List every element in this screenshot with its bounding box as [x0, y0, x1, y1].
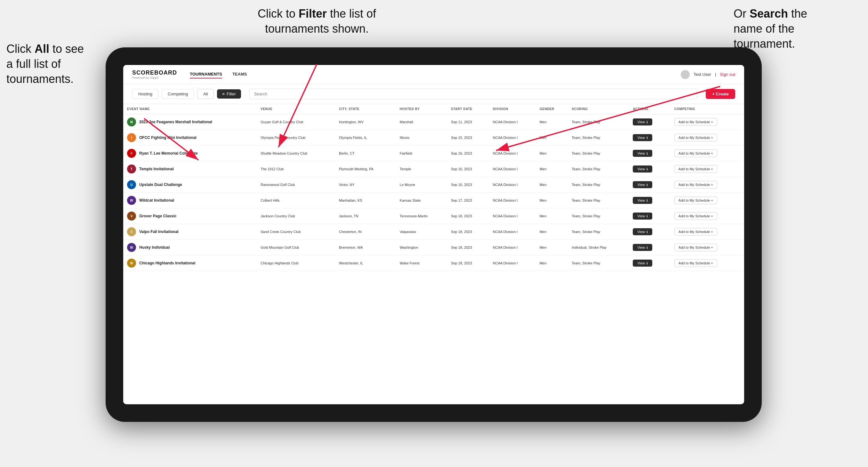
nav-links: TOURNAMENTS TEAMS — [190, 70, 681, 79]
annotation-left: Click All to seea full list oftournament… — [6, 41, 109, 86]
view-button[interactable]: View ℹ — [633, 213, 652, 220]
hosting-tab[interactable]: Hosting — [132, 89, 158, 99]
nav-link-tournaments[interactable]: TOURNAMENTS — [190, 70, 222, 79]
city-state-cell: Bremerton, WA — [335, 240, 396, 255]
gender-cell: Men — [536, 255, 568, 271]
event-name: Chicago Highlands Invitational — [139, 261, 195, 266]
venue-cell: Guyan Golf & Country Club — [257, 114, 335, 130]
event-name: Grover Page Classic — [139, 214, 177, 218]
info-icon: ℹ — [647, 120, 648, 124]
view-button[interactable]: View ℹ — [633, 118, 652, 125]
col-scoring: SCORING — [568, 104, 629, 114]
view-button[interactable]: View ℹ — [633, 197, 652, 204]
start-date-cell: Sep 16, 2023 — [447, 177, 489, 193]
filter-button[interactable]: ≡ Filter — [217, 89, 241, 99]
team-logo: T — [127, 164, 136, 174]
add-to-schedule-button[interactable]: Add to My Schedule + — [674, 196, 717, 204]
city-state-cell: Manhattan, KS — [335, 193, 396, 208]
view-button[interactable]: View ℹ — [633, 150, 652, 157]
search-box — [249, 89, 698, 99]
action-cell: View ℹ — [629, 177, 670, 193]
view-button[interactable]: View ℹ — [633, 181, 652, 188]
division-cell: NCAA Division I — [489, 114, 536, 130]
venue-cell: The 1912 Club — [257, 161, 335, 177]
add-to-schedule-button[interactable]: Add to My Schedule + — [674, 212, 717, 220]
add-to-schedule-button[interactable]: Add to My Schedule + — [674, 244, 717, 251]
venue-cell: Olympia Fields Country Club — [257, 130, 335, 146]
competing-cell: Add to My Schedule + — [671, 255, 744, 271]
start-date-cell: Sep 17, 2023 — [447, 193, 489, 208]
scoring-cell: Team, Stroke Play — [568, 161, 629, 177]
team-logo: W — [127, 196, 136, 205]
tablet: SCOREBOARD Powered by clippd TOURNAMENTS… — [105, 48, 762, 422]
add-to-schedule-button[interactable]: Add to My Schedule + — [674, 165, 717, 173]
create-label: + Create — [712, 92, 729, 96]
add-to-schedule-button[interactable]: Add to My Schedule + — [674, 181, 717, 189]
action-cell: View ℹ — [629, 161, 670, 177]
view-button[interactable]: View ℹ — [633, 228, 652, 235]
gender-cell: Men — [536, 146, 568, 161]
team-logo: U — [127, 180, 136, 189]
table-row: W Husky Individual Gold Mountain Golf Cl… — [123, 240, 744, 255]
tournaments-table: EVENT NAME VENUE CITY, STATE HOSTED BY S… — [123, 104, 744, 271]
table-row: F Ryan T. Lee Memorial Collegiate Shuttl… — [123, 146, 744, 161]
add-to-schedule-button[interactable]: Add to My Schedule + — [674, 259, 717, 267]
team-logo: I — [127, 133, 136, 142]
action-cell: View ℹ — [629, 130, 670, 146]
col-event-name: EVENT NAME — [123, 104, 257, 114]
toolbar: Hosting Competing All ≡ Filter + Create — [123, 84, 744, 104]
tablet-screen: SCOREBOARD Powered by clippd TOURNAMENTS… — [123, 65, 744, 404]
event-name: Upstate Dual Challenge — [139, 182, 182, 187]
competing-tab[interactable]: Competing — [162, 89, 194, 99]
sign-out-link[interactable]: Sign out — [720, 72, 735, 77]
nav-separator: | — [715, 72, 716, 77]
table-row: V Grover Page Classic Jackson Country Cl… — [123, 208, 744, 224]
add-to-schedule-button[interactable]: Add to My Schedule + — [674, 134, 717, 142]
view-button[interactable]: View ℹ — [633, 165, 652, 173]
gender-cell: Men — [536, 240, 568, 255]
all-tab[interactable]: All — [197, 89, 214, 99]
nav-right: Test User | Sign out — [681, 70, 735, 79]
gender-cell: Men — [536, 208, 568, 224]
hosted-by-cell: Wake Forest — [396, 255, 447, 271]
table-row: T Temple Invitational The 1912 ClubPlymo… — [123, 161, 744, 177]
add-to-schedule-button[interactable]: Add to My Schedule + — [674, 228, 717, 236]
event-cell: W Husky Individual — [127, 243, 253, 252]
event-name: Valpo Fall Invitational — [139, 229, 179, 234]
navbar: SCOREBOARD Powered by clippd TOURNAMENTS… — [123, 65, 744, 84]
view-button[interactable]: View ℹ — [633, 244, 652, 251]
city-state-cell: Jackson, TN — [335, 208, 396, 224]
table-row: W Wildcat Invitational Colbert HillsManh… — [123, 193, 744, 208]
add-to-schedule-button[interactable]: Add to My Schedule + — [674, 150, 717, 157]
info-icon: ℹ — [647, 246, 648, 249]
info-icon: ℹ — [647, 167, 648, 171]
venue-cell: Gold Mountain Golf Club — [257, 240, 335, 255]
competing-cell: Add to My Schedule + — [671, 224, 744, 240]
competing-cell: Add to My Schedule + — [671, 161, 744, 177]
event-name: Husky Individual — [139, 245, 169, 250]
search-input[interactable] — [249, 89, 698, 99]
city-state-cell: Plymouth Meeting, PA — [335, 161, 396, 177]
col-division: DIVISION — [489, 104, 536, 114]
division-cell: NCAA Division I — [489, 130, 536, 146]
action-cell: View ℹ — [629, 146, 670, 161]
col-actions: ACTIONS — [629, 104, 670, 114]
hosted-by-cell: Tennessee-Martin — [396, 208, 447, 224]
competing-cell: Add to My Schedule + — [671, 114, 744, 130]
scoring-cell: Team, Stroke Play — [568, 146, 629, 161]
filter-label: Filter — [226, 92, 236, 96]
add-to-schedule-button[interactable]: Add to My Schedule + — [674, 118, 717, 126]
competing-cell: Add to My Schedule + — [671, 240, 744, 255]
scoring-cell: Team, Stroke Play — [568, 208, 629, 224]
hosted-by-cell: Marshall — [396, 114, 447, 130]
create-button[interactable]: + Create — [706, 89, 735, 99]
hosted-by-cell: Valparaiso — [396, 224, 447, 240]
venue-cell: Shuttle Meadow Country Club — [257, 146, 335, 161]
view-button[interactable]: View ℹ — [633, 134, 652, 141]
info-icon: ℹ — [647, 199, 648, 202]
view-button[interactable]: View ℹ — [633, 259, 652, 267]
nav-link-teams[interactable]: TEAMS — [232, 70, 247, 79]
division-cell: NCAA Division I — [489, 224, 536, 240]
action-cell: View ℹ — [629, 208, 670, 224]
event-cell: M 2023 Joe Feaganes Marshall Invitationa… — [127, 118, 253, 126]
